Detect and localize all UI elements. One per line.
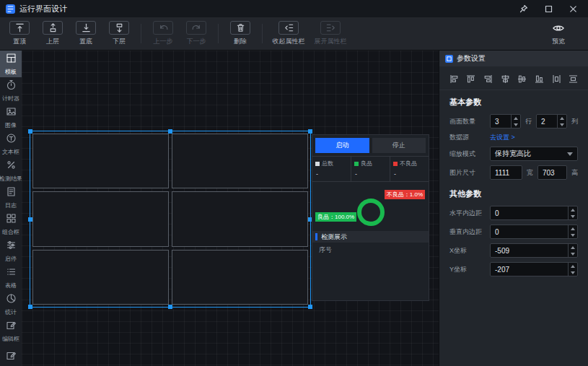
expand-panel-button[interactable]: 展开属性栏 <box>310 17 351 50</box>
sidebar-item-stats[interactable]: 统计 <box>0 291 22 318</box>
bring-to-front-button[interactable]: 置顶 <box>3 17 36 50</box>
stat-defect-value: - <box>393 170 426 178</box>
donut-chart <box>357 199 385 226</box>
resize-handle[interactable] <box>308 305 312 309</box>
stepper-up[interactable] <box>512 115 520 121</box>
sidebar-item-table[interactable]: 表格 <box>0 264 22 291</box>
h-padding-stepper <box>490 206 578 220</box>
resize-handle[interactable] <box>168 129 172 134</box>
panel-header: 参数设置 <box>439 51 588 66</box>
panel-title: 参数设置 <box>457 53 486 64</box>
toolbar-separator <box>218 24 219 43</box>
sidebar-item-combobox[interactable]: 组合框 <box>0 211 22 238</box>
stats-icon <box>6 293 17 307</box>
screen-count-row: 画面数量 行 列 <box>439 112 588 131</box>
pin-icon[interactable] <box>519 4 529 14</box>
undo-button[interactable]: 上一步 <box>146 17 180 50</box>
x-coordinate-input[interactable] <box>491 247 577 255</box>
stepper-down[interactable] <box>569 213 577 219</box>
detect-table: 序号 <box>312 243 429 300</box>
layer-up-button[interactable]: 上层 <box>36 17 69 50</box>
template-cell[interactable] <box>32 191 169 246</box>
good-rate-badge: 良品：100.0% <box>315 212 356 222</box>
template-cell[interactable] <box>172 191 308 246</box>
align-hcenter-icon[interactable] <box>499 73 511 84</box>
send-to-back-button[interactable]: 置底 <box>69 17 102 50</box>
parameter-panel: 参数设置 基本参数 画面数量 行 <box>439 51 588 366</box>
sidebar-item-editbox[interactable]: 编辑框 <box>0 318 22 344</box>
layer-down-icon <box>109 21 129 35</box>
chevron-down-icon <box>567 152 573 156</box>
rows-stepper <box>490 114 521 128</box>
stepper-up[interactable] <box>569 206 577 213</box>
stepper-down[interactable] <box>558 121 566 128</box>
window-title: 运行界面设计 <box>19 4 67 14</box>
resize-handle[interactable] <box>28 217 32 222</box>
toolbar-separator <box>262 24 263 43</box>
align-vcenter-icon[interactable] <box>517 73 528 84</box>
stepper-down[interactable] <box>569 250 577 257</box>
sidebar-item-textbox[interactable]: 文本框 <box>0 131 22 157</box>
sidebar-item-timer[interactable]: 计时器 <box>0 77 22 104</box>
h-padding-input[interactable] <box>491 209 577 217</box>
stepper-up[interactable] <box>569 244 577 250</box>
sidebar-item-editbox-2[interactable] <box>0 344 22 366</box>
v-padding-input[interactable] <box>491 228 577 236</box>
preview-button[interactable]: 预览 <box>542 17 575 50</box>
sidebar-item-log[interactable]: 日志 <box>0 184 22 211</box>
image-height-input[interactable] <box>538 169 566 177</box>
stepper-down[interactable] <box>569 269 577 276</box>
align-bottom-icon[interactable] <box>534 73 545 84</box>
total-legend-icon <box>315 162 320 166</box>
close-icon[interactable] <box>568 4 578 14</box>
stats-row: 总数 - 良品 - 不良品 - <box>312 156 429 182</box>
template-cell[interactable] <box>32 134 169 188</box>
distribute-horizontal-icon[interactable] <box>550 73 562 84</box>
design-canvas[interactable]: 启动 停止 总数 - 良品 - 不良品 - <box>22 51 439 366</box>
status-widget[interactable]: 启动 停止 总数 - 良品 - 不良品 - <box>312 134 429 301</box>
template-cell[interactable] <box>172 134 308 188</box>
scale-mode-select[interactable]: 保持宽高比 <box>490 147 578 161</box>
layer-down-button[interactable]: 下层 <box>102 17 136 50</box>
stepper-down[interactable] <box>512 121 520 128</box>
data-source-settings-link[interactable]: 去设置 > <box>490 133 515 142</box>
template-cell[interactable] <box>32 250 169 305</box>
delete-button[interactable]: 删除 <box>224 17 257 50</box>
resize-handle[interactable] <box>308 129 312 134</box>
stepper-up[interactable] <box>569 225 577 232</box>
y-coordinate-row: Y坐标 <box>439 260 588 279</box>
stat-good-value: - <box>354 170 387 178</box>
log-icon <box>6 186 17 200</box>
selected-template-widget[interactable] <box>30 131 310 307</box>
stat-total-value: - <box>315 170 348 178</box>
stepper-up[interactable] <box>558 115 566 121</box>
template-grid <box>30 131 310 307</box>
image-width-input[interactable] <box>491 169 522 177</box>
toolbar: 置顶 上层 置底 下层 上一步 <box>0 17 588 51</box>
app-logo-icon <box>6 4 15 14</box>
y-coordinate-input[interactable] <box>491 266 577 274</box>
align-left-icon[interactable] <box>448 73 460 84</box>
sidebar-item-image[interactable]: 图像 <box>0 104 22 131</box>
x-coordinate-stepper <box>490 243 578 258</box>
maximize-icon[interactable] <box>543 4 553 14</box>
align-right-icon[interactable] <box>482 73 493 84</box>
image-icon <box>6 106 17 120</box>
resize-handle[interactable] <box>28 129 32 134</box>
stepper-up[interactable] <box>569 263 577 269</box>
redo-button[interactable]: 下一步 <box>180 17 213 50</box>
collapse-panel-icon <box>278 21 299 35</box>
template-cell[interactable] <box>172 250 308 305</box>
template-icon <box>6 53 17 66</box>
resize-handle[interactable] <box>28 305 32 309</box>
distribute-vertical-icon[interactable] <box>568 73 579 84</box>
sidebar-item-detect-result[interactable]: 检测结果 <box>0 157 22 184</box>
collapse-panel-button[interactable]: 收起属性栏 <box>268 17 310 50</box>
sidebar-item-template[interactable]: 模板 <box>0 51 22 77</box>
resize-handle[interactable] <box>168 305 172 309</box>
stepper-down[interactable] <box>569 232 577 238</box>
sidebar-item-startstop[interactable]: 启停 <box>0 238 22 264</box>
stop-button[interactable]: 停止 <box>372 138 426 153</box>
align-top-icon[interactable] <box>465 73 477 84</box>
start-button[interactable]: 启动 <box>315 138 369 153</box>
